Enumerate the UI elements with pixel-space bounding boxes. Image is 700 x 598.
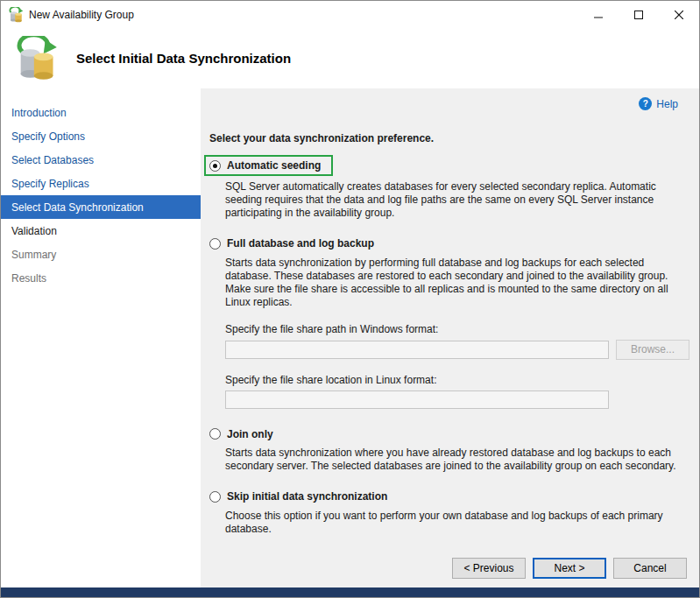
window-bottom-border [1,587,699,597]
help-label: Help [656,98,678,110]
option-description: Starts data synchronization where you ha… [225,447,687,473]
next-button[interactable]: Next > [533,558,606,579]
sidebar-item-validation: Validation [1,219,201,243]
window-title: New Availability Group [29,9,134,21]
radio-option-automatic-seeding[interactable]: Automatic seeding [204,155,333,176]
option-description: Choose this option if you want to perfor… [225,510,687,536]
maximize-button[interactable] [619,1,659,28]
sidebar-item-introduction[interactable]: Introduction [1,101,201,124]
title-bar: New Availability Group [1,1,699,28]
option-description: Starts data synchronization by performin… [225,257,687,309]
help-link[interactable]: ? Help [639,97,678,110]
radio-selected-icon[interactable] [209,160,221,172]
minimize-button[interactable] [578,1,619,28]
sidebar-item-results: Results [1,266,201,290]
radio-option-full-backup[interactable]: Full database and log backup [209,237,374,250]
wizard-steps-sidebar: Introduction Specify Options Select Data… [1,88,201,587]
option-label: Automatic seeding [227,159,321,172]
sidebar-item-summary: Summary [1,243,201,266]
windows-path-input[interactable] [225,341,609,359]
minimize-icon [594,11,603,19]
close-button[interactable] [659,1,699,28]
previous-button[interactable]: < Previous [452,558,526,579]
new-availability-group-window: New Availability Group [0,0,700,598]
sidebar-item-specify-options[interactable]: Specify Options [1,124,201,148]
help-icon: ? [639,97,652,110]
availability-group-icon [13,36,59,81]
wizard-navigation-buttons: < Previous Next > Cancel [452,558,687,579]
radio-icon[interactable] [209,491,221,503]
option-description: SQL Server automatically creates databas… [225,180,687,220]
page-title: Select Initial Data Synchronization [76,51,291,66]
browse-button[interactable]: Browse... [616,340,689,360]
radio-icon[interactable] [209,238,221,250]
sidebar-item-specify-replicas[interactable]: Specify Replicas [1,172,201,195]
option-label: Join only [227,428,273,440]
windows-path-label: Specify the file share path in Windows f… [225,323,699,335]
main-pane: ? Help Select your data synchronization … [201,88,699,587]
radio-option-skip-sync[interactable]: Skip initial data synchronization [209,490,387,503]
option-label: Skip initial data synchronization [227,490,387,503]
maximize-icon [634,11,643,19]
linux-path-input[interactable] [225,390,609,409]
close-icon [675,11,683,19]
sidebar-item-select-databases[interactable]: Select Databases [1,148,201,172]
wizard-body: Introduction Specify Options Select Data… [1,88,699,587]
sync-preference-heading: Select your data synchronization prefere… [209,132,699,144]
wizard-header: Select Initial Data Synchronization [1,28,699,88]
cancel-button[interactable]: Cancel [613,558,687,579]
linux-path-label: Specify the file share location in Linux… [225,374,699,386]
radio-option-join-only[interactable]: Join only [209,428,273,440]
option-label: Full database and log backup [227,237,374,250]
window-controls [578,1,699,28]
radio-icon[interactable] [209,428,221,440]
availability-group-app-icon [8,7,24,23]
sidebar-item-select-data-synchronization[interactable]: Select Data Synchronization [1,195,201,219]
